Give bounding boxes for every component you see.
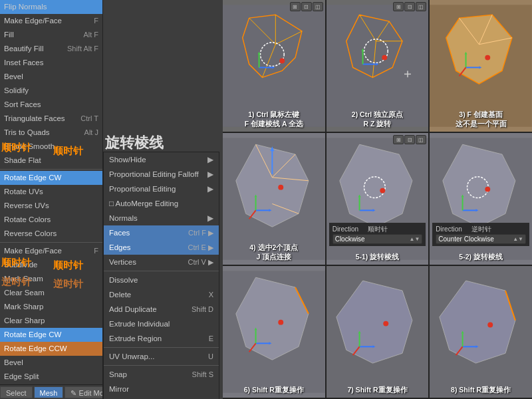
cell4-label: 4) 选中2个顶点J 顶点连接 xyxy=(223,243,325,262)
viewport-cell-8: 8) Shift R重复操作 xyxy=(430,266,532,398)
sidebar-item-clear-seam[interactable]: Clear Seam xyxy=(0,286,102,300)
viewport-cell-6: 6) Shift R重复操作 xyxy=(223,266,325,398)
tb-btn-1b[interactable]: ⊡ xyxy=(301,2,312,11)
cell1-toolbar: ⊞ ⊡ ◫ xyxy=(290,2,323,11)
ctx-sep3 xyxy=(104,365,219,366)
ctx-faces[interactable]: FacesCtrl F ▶ xyxy=(104,225,219,240)
sidebar-item-flip-normals[interactable]: Flip Normals xyxy=(0,0,102,14)
direction-panel-51: Direction 顺时针 Clockwise ▲▼ xyxy=(329,223,426,246)
ctx-vertices[interactable]: VerticesCtrl V ▶ xyxy=(104,255,219,269)
sidebar-item-inset[interactable]: Inset Faces xyxy=(0,56,102,70)
svg-point-10 xyxy=(279,59,285,64)
sidebar-item-solidify[interactable]: Solidify xyxy=(0,84,102,98)
sidebar-item-fill[interactable]: FillAlt F xyxy=(0,28,102,42)
svg-rect-11 xyxy=(327,5,429,126)
sidebar-item-reverse-uvs[interactable]: Reverse UVs xyxy=(0,199,102,213)
sidebar-item-rotate-cw1[interactable]: Rotate Edge CW xyxy=(0,171,102,185)
ctx-normals[interactable]: Normals▶ xyxy=(104,211,219,225)
svg-point-73 xyxy=(278,320,283,325)
sidebar-item-rotate-cw2[interactable]: Rotate Edge CW xyxy=(0,328,102,342)
sidebar-item-mark-sharp[interactable]: Mark Sharp xyxy=(0,300,102,314)
sidebar-item-beautify[interactable]: Beautify FillShift Alt F xyxy=(0,42,102,56)
ctx-dissolve[interactable]: Dissolve xyxy=(104,273,219,287)
sidebar-item-bevel[interactable]: Bevel xyxy=(0,70,102,84)
editmode-button[interactable]: ✎ Edit Mode xyxy=(65,386,103,398)
sidebar-item-rotate-uvs[interactable]: Rotate UVs xyxy=(0,185,102,199)
ctx-edges[interactable]: EdgesCtrl E ▶ xyxy=(104,240,219,255)
viewport-cell-5-1: ⊞ ⊡ ◫ Direction 顺时针 Clockwise ▲▼ 5-1) 旋转… xyxy=(327,133,429,265)
cell2-toolbar: ⊞ ⊡ ◫ xyxy=(393,2,426,11)
sidebar-item-make-edge-face2[interactable]: Make Edge/FaceF xyxy=(0,244,102,258)
ctx-prop-editing[interactable]: Proportional Editing▶ xyxy=(104,182,219,196)
mesh-button[interactable]: Mesh xyxy=(34,386,64,398)
sidebar-item-shade-flat[interactable]: Shade Flat xyxy=(0,154,102,168)
direction-dropdown-51[interactable]: Clockwise ▲▼ xyxy=(332,234,423,244)
select-button[interactable]: Select xyxy=(0,386,33,398)
sidebar-item-make-edge-face[interactable]: Make Edge/FaceF xyxy=(0,14,102,28)
sidebar-item-edge-split[interactable]: Edge Split xyxy=(0,370,102,384)
ctx-prop-falloff[interactable]: Proportional Editing Falloff▶ xyxy=(104,167,219,182)
viewport-cell-5-2: Direction 逆时针 Counter Clockwise ▲▼ 5-2) … xyxy=(430,133,532,265)
tb-btn-51c[interactable]: ◫ xyxy=(416,135,426,144)
ctx-mirror[interactable]: Mirror xyxy=(104,382,219,396)
tb-btn-51a[interactable]: ⊞ xyxy=(393,135,404,144)
cell51-label: 5-1) 旋转棱线 xyxy=(327,253,429,262)
tb-btn-1a[interactable]: ⊞ xyxy=(290,2,301,11)
cell7-label: 7) Shift R重复操作 xyxy=(327,386,429,395)
sidebar-item-tris-quads[interactable]: Tris to QuadsAlt J xyxy=(0,126,102,140)
svg-point-81 xyxy=(383,321,388,327)
sidebar-item-rotate-ccw[interactable]: Rotate Edge CCW xyxy=(0,342,102,356)
direction-label-51: Direction 顺时针 xyxy=(332,225,423,234)
direction-panel-52: Direction 逆时针 Counter Clockwise ▲▼ xyxy=(432,223,529,246)
cell6-svg xyxy=(223,266,325,398)
ctx-show-hide[interactable]: Show/Hide▶ xyxy=(104,152,219,167)
ctx-extrude-individual[interactable]: Extrude Individual xyxy=(104,317,219,331)
cell3-label: 3) F 创建基面这不是一个平面 xyxy=(430,110,532,129)
tb-btn-1c[interactable]: ◫ xyxy=(313,2,323,11)
viewport-cell-1: ⊞ ⊡ ◫ 1) Ctrl 鼠标左键F 创建棱线 A 全选 xyxy=(223,0,325,132)
sidebar-item-sort-faces[interactable]: Sort Faces xyxy=(0,98,102,112)
tb-btn-2b[interactable]: ⊡ xyxy=(404,2,415,11)
ctx-delete[interactable]: DeleteX xyxy=(104,287,219,302)
svg-point-56 xyxy=(380,188,385,194)
sidebar-item-subdivide[interactable]: Subdivide xyxy=(0,258,102,272)
svg-point-34 xyxy=(485,55,491,61)
ctx-sep2 xyxy=(104,347,219,348)
ctx-snap[interactable]: SnapShift S xyxy=(104,367,219,382)
tb-btn-51b[interactable]: ⊡ xyxy=(404,135,415,144)
ctx-add-duplicate[interactable]: Add DuplicateShift D xyxy=(104,302,219,317)
separator2 xyxy=(0,242,102,243)
cell6-label: 6) Shift R重复操作 xyxy=(223,386,325,395)
ctx-sep1 xyxy=(104,271,219,271)
svg-point-64 xyxy=(485,187,491,192)
cell52-label: 5-2) 旋转棱线 xyxy=(430,253,532,262)
viewport-cell-7: 7) Shift R重复操作 xyxy=(327,266,429,398)
sidebar-item-reverse-colors[interactable]: Reverse Colors xyxy=(0,227,102,241)
cell2-label: 2) Ctrl 独立原点R Z 旋转 xyxy=(327,110,429,129)
context-menu: Show/Hide▶ Proportional Editing Falloff▶… xyxy=(103,152,219,399)
direction-label-52: Direction 逆时针 xyxy=(436,225,526,234)
ctx-extrude-region[interactable]: Extrude RegionE xyxy=(104,331,219,346)
cell8-label: 8) Shift R重复操作 xyxy=(430,386,532,395)
sidebar-item-triangulate[interactable]: Triangulate FacesCtrl T xyxy=(0,112,102,126)
ctx-automerge[interactable]: □ AutoMerge Editing xyxy=(104,196,219,211)
cell1-label: 1) Ctrl 鼠标左键F 创建棱线 A 全选 xyxy=(223,110,325,129)
statusbar: Select Mesh ✎ Edit Mode xyxy=(0,384,103,399)
tb-btn-2a[interactable]: ⊞ xyxy=(393,2,404,11)
sidebar-item-clear-sharp[interactable]: Clear Sharp xyxy=(0,314,102,328)
svg-point-48 xyxy=(278,185,283,190)
sidebar-item-rotate-colors[interactable]: Rotate Colors xyxy=(0,213,102,227)
viewport-cell-4: 4) 选中2个顶点J 顶点连接 xyxy=(223,133,325,265)
direction-dropdown-52[interactable]: Counter Clockwise ▲▼ xyxy=(436,234,526,244)
ctx-transform[interactable]: Transform xyxy=(104,396,219,399)
sidebar-item-mark-seam[interactable]: Mark Seam xyxy=(0,272,102,286)
sidebar-item-bevel2[interactable]: Bevel xyxy=(0,356,102,370)
separator1 xyxy=(0,169,102,170)
ctx-uv-unwrap[interactable]: UV Unwrap...U xyxy=(104,349,219,364)
cell8-svg xyxy=(430,266,532,398)
main-grid: ⊞ ⊡ ◫ 1) Ctrl 鼠标左键F 创建棱线 A 全选 ⊞ xyxy=(223,0,532,399)
viewport-cell-3: 3) F 创建基面这不是一个平面 xyxy=(430,0,532,132)
sidebar-item-shade-smooth[interactable]: Shade Smooth xyxy=(0,140,102,154)
tb-btn-2c[interactable]: ◫ xyxy=(416,2,426,11)
viewport-cell-2: ⊞ ⊡ ◫ 2) Ctrl 独立原点R Z 旋转 xyxy=(327,0,429,132)
